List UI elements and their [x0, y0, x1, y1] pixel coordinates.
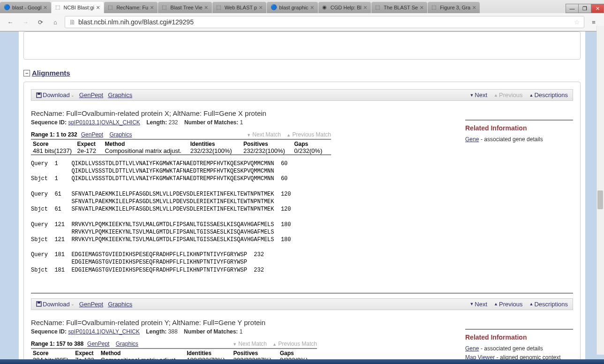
- browser-tab-6[interactable]: ◉CGD Help: Bl×: [318, 2, 371, 13]
- scroll-thumb[interactable]: [597, 190, 603, 209]
- close-icon[interactable]: ×: [420, 4, 423, 11]
- related-info-panel: Related Information Gene - associated ge…: [465, 310, 573, 364]
- download-button[interactable]: Download ⌄: [36, 301, 75, 308]
- close-icon[interactable]: ×: [363, 4, 367, 11]
- triangle-up-icon: ▲: [529, 93, 534, 98]
- back-button[interactable]: ←: [5, 16, 16, 28]
- range-genpept-link[interactable]: GenPept: [81, 131, 103, 138]
- next-match-link: ▼ Next Match: [247, 131, 281, 138]
- close-icon[interactable]: ×: [472, 4, 476, 11]
- previous-link[interactable]: ▲ Previous: [494, 301, 523, 308]
- graphics-link[interactable]: Graphics: [108, 301, 132, 308]
- triangle-up-icon: ▲: [494, 93, 498, 98]
- alignment-toolbar-2: Download ⌄ GenPept Graphics ▼ Next ▲ Pre…: [31, 298, 573, 310]
- page-inner: − Alignments Download ⌄ GenPept Graphics…: [19, 31, 585, 364]
- browser-chrome: 🔵blast - Googl× ⬚NCBI Blast:gi× ⬚RecName…: [0, 0, 604, 31]
- svg-rect-3: [38, 302, 40, 303]
- triangle-up-icon: ▲: [529, 302, 534, 306]
- google-icon: 🔵: [4, 4, 10, 11]
- browser-tab-2[interactable]: ⬚RecName: Fu×: [104, 2, 158, 13]
- next-link[interactable]: ▼ Next: [469, 301, 487, 308]
- page-icon: 🗎: [69, 18, 76, 26]
- url-bar[interactable]: 🗎 blast.ncbi.nlm.nih.gov/Blast.cgi#12929…: [65, 16, 584, 28]
- related-header: Related Information: [465, 120, 573, 132]
- browser-tab-1[interactable]: ⬚NCBI Blast:gi×: [52, 2, 104, 13]
- genpept-link[interactable]: GenPept: [79, 91, 103, 99]
- save-icon: [36, 301, 42, 307]
- reload-button[interactable]: ⟳: [35, 16, 46, 28]
- nav-bar: ← → ⟳ ⌂ 🗎 blast.ncbi.nlm.nih.gov/Blast.c…: [0, 13, 604, 31]
- range-bar: Range 1: 1 to 232 GenPept Graphics ▼ Nex…: [31, 131, 331, 140]
- close-icon[interactable]: ×: [150, 4, 154, 11]
- minimize-button[interactable]: —: [566, 4, 579, 13]
- graphics-link[interactable]: Graphics: [108, 91, 132, 99]
- collapse-icon[interactable]: −: [23, 70, 30, 76]
- close-icon[interactable]: ×: [310, 4, 314, 11]
- tab-bar: 🔵blast - Googl× ⬚NCBI Blast:gi× ⬚RecName…: [0, 0, 604, 13]
- range-genpept-link[interactable]: GenPept: [87, 341, 109, 347]
- alignments-section-header: − Alignments: [23, 69, 581, 77]
- scrollbar[interactable]: [596, 26, 604, 355]
- url-text: blast.ncbi.nlm.nih.gov/Blast.cgi#129295: [78, 18, 194, 26]
- ncbi-icon: ⬚: [162, 4, 168, 11]
- prev-match-link: ▲ Previous Match: [272, 341, 317, 347]
- stats-table: Score Expect Method Identities Positives…: [31, 141, 331, 155]
- genpept-link[interactable]: GenPept: [79, 301, 103, 308]
- alignments-link[interactable]: Alignments: [32, 69, 70, 77]
- result-block-1: RecName: Full=Ovalbumin-related protein …: [31, 101, 573, 288]
- page-container: − Alignments Download ⌄ GenPept Graphics…: [0, 31, 604, 364]
- range-graphics-link[interactable]: Graphics: [109, 131, 132, 138]
- sequence-id-link[interactable]: sp|P01013.1|OVALX_CHICK: [68, 119, 140, 126]
- ncbi-icon: ⬚: [431, 4, 438, 11]
- close-icon[interactable]: ×: [204, 4, 208, 11]
- sequence-id-link[interactable]: sp|P01014.1|OVALY_CHICK: [68, 328, 140, 335]
- ncbi-icon: ⬚: [375, 4, 382, 11]
- ncbi-icon: ⬚: [216, 4, 223, 11]
- related-info-panel: Related Information Gene - associated ge…: [465, 101, 573, 288]
- svg-rect-1: [38, 93, 40, 95]
- rec-name: RecName: Full=Ovalbumin-related protein …: [31, 318, 451, 326]
- forward-button[interactable]: →: [20, 16, 31, 28]
- rec-name: RecName: Full=Ovalbumin-related protein …: [31, 109, 451, 117]
- triangle-down-icon: ▼: [469, 93, 474, 98]
- taskbar[interactable]: [0, 359, 604, 364]
- top-panel: [23, 31, 581, 60]
- browser-tab-4[interactable]: ⬚Web BLAST p×: [212, 2, 267, 13]
- window-controls: — ❐ ✕: [566, 4, 604, 13]
- next-match-link: ▼ Next Match: [233, 341, 267, 347]
- alignment-container: Download ⌄ GenPept Graphics ▼ Next ▲ Pre…: [23, 82, 581, 364]
- divider: [31, 293, 573, 294]
- descriptions-link[interactable]: ▲ Descriptions: [529, 301, 568, 308]
- range-bar: Range 1: 157 to 388 GenPept Graphics ▼ N…: [31, 341, 317, 349]
- result-block-2: RecName: Full=Ovalbumin-related protein …: [31, 310, 573, 364]
- next-link[interactable]: ▼ Next: [469, 91, 487, 99]
- gene-link[interactable]: Gene: [465, 345, 479, 352]
- browser-tab-7[interactable]: ⬚The BLAST Se×: [371, 2, 427, 13]
- close-icon[interactable]: ×: [259, 4, 263, 11]
- ncbi-icon: ⬚: [108, 4, 114, 11]
- descriptions-link[interactable]: ▲ Descriptions: [529, 91, 568, 99]
- previous-link: ▲ Previous: [494, 91, 523, 99]
- home-button[interactable]: ⌂: [50, 16, 61, 28]
- cgd-icon: ◉: [322, 4, 329, 11]
- ncbi-icon: ⬚: [55, 4, 62, 11]
- sequence-id-row: Sequence ID: sp|P01014.1|OVALY_CHICK Len…: [31, 328, 451, 335]
- bookmark-icon[interactable]: ☆: [574, 18, 580, 26]
- alignment-toolbar-1: Download ⌄ GenPept Graphics ▼ Next ▲ Pre…: [31, 89, 573, 101]
- download-button[interactable]: Download ⌄: [36, 91, 75, 99]
- range-graphics-link[interactable]: Graphics: [116, 341, 138, 347]
- gene-link[interactable]: Gene: [465, 136, 479, 143]
- browser-tab-0[interactable]: 🔵blast - Googl×: [0, 2, 51, 13]
- close-window-button[interactable]: ✕: [591, 4, 604, 13]
- maximize-button[interactable]: ❐: [578, 4, 591, 13]
- related-header: Related Information: [465, 329, 573, 341]
- alignment-sequence: Query 1 QIKDLLVSSSTDLDTTLVLVNAIYFKGMWKTA…: [31, 160, 451, 274]
- sequence-id-row: Sequence ID: sp|P01013.1|OVALX_CHICK Len…: [31, 119, 451, 126]
- browser-tab-3[interactable]: ⬚Blast Tree Vie×: [158, 2, 211, 13]
- close-icon[interactable]: ×: [96, 4, 100, 11]
- prev-match-link: ▲ Previous Match: [287, 131, 331, 138]
- close-icon[interactable]: ×: [43, 4, 47, 11]
- chevron-down-icon: ⌄: [71, 302, 75, 306]
- browser-tab-5[interactable]: 🔵blast graphic×: [267, 2, 318, 13]
- browser-tab-8[interactable]: ⬚Figure 3, Gra×: [428, 2, 480, 13]
